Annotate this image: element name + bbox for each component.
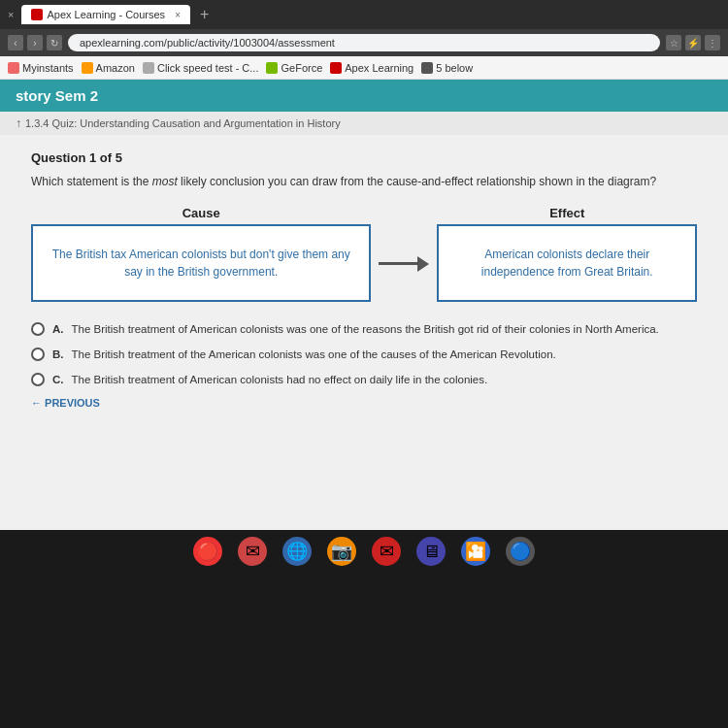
diagram-container: Cause The British tax American colonists…: [31, 206, 697, 302]
effect-text: American colonists declare their indepen…: [452, 246, 681, 281]
bm-geforce[interactable]: GeForce: [266, 62, 322, 74]
option-a: A. The British treatment of American col…: [31, 321, 697, 337]
option-a-letter: A.: [52, 321, 64, 337]
back-btn[interactable]: ‹: [8, 35, 23, 50]
question-text: Which statement is the most likely concl…: [31, 173, 697, 190]
browser-frame: × Apex Learning - Courses × + ‹ › ↻ ☆ ⚡ …: [0, 0, 728, 728]
address-input[interactable]: [68, 34, 660, 51]
bottom-padding: [0, 573, 728, 728]
option-c-letter: C.: [52, 372, 64, 387]
taskbar-mail2-icon[interactable]: ✉: [372, 537, 401, 566]
arrow-container: [371, 237, 437, 272]
bookmarks-bar: Myinstants Amazon Click speed test - C..…: [0, 56, 728, 80]
cause-col: Cause The British tax American colonists…: [31, 206, 371, 302]
address-bar: ‹ › ↻ ☆ ⚡ ⋮: [0, 29, 728, 56]
radio-a[interactable]: [31, 322, 45, 336]
app-header: story Sem 2: [0, 80, 728, 112]
new-tab-btn[interactable]: +: [194, 6, 215, 23]
option-b-text: The British treatment of the American co…: [72, 347, 556, 362]
tab-close-btn[interactable]: ×: [4, 9, 17, 20]
star-icon[interactable]: ☆: [666, 35, 681, 50]
arrow-line: [379, 262, 417, 265]
bm-apexlearning[interactable]: Apex Learning: [330, 62, 414, 74]
refresh-btn[interactable]: ↻: [47, 35, 62, 50]
tab-close-x[interactable]: ×: [175, 10, 181, 20]
app-content: story Sem 2 ↑ 1.3.4 Quiz: Understanding …: [0, 80, 728, 530]
taskbar-browser-icon[interactable]: 🌐: [282, 537, 312, 566]
taskbar-camera-icon[interactable]: 📷: [327, 537, 356, 566]
effect-box: American colonists declare their indepen…: [437, 224, 697, 302]
question-header: Question 1 of 5: [31, 150, 697, 165]
tab-label: Apex Learning - Courses: [47, 9, 165, 20]
option-a-text: The British treatment of American coloni…: [72, 321, 659, 337]
taskbar-mail-icon[interactable]: ✉: [238, 537, 267, 566]
bm-5below[interactable]: 5 below: [421, 62, 473, 74]
taskbar-screen-icon[interactable]: 🖥: [416, 537, 446, 566]
extensions-icon[interactable]: ⚡: [685, 35, 701, 50]
prev-button[interactable]: ← PREVIOUS: [31, 397, 697, 409]
bm-myinstants[interactable]: Myinstants: [8, 62, 74, 74]
arrow-head: [417, 256, 429, 272]
taskbar-video-icon[interactable]: 🎦: [461, 537, 490, 566]
bm-clickspeed[interactable]: Click speed test - C...: [143, 62, 259, 74]
option-b-letter: B.: [52, 347, 64, 362]
quiz-content: Question 1 of 5 Which statement is the m…: [0, 135, 728, 530]
active-tab[interactable]: Apex Learning - Courses ×: [21, 5, 190, 24]
diagram-arrow: [379, 256, 429, 272]
option-c-text: The British treatment of American coloni…: [72, 372, 488, 387]
radio-b[interactable]: [31, 347, 45, 361]
breadcrumb-bar: ↑ 1.3.4 Quiz: Understanding Causation an…: [0, 112, 728, 135]
bm-amazon[interactable]: Amazon: [82, 62, 135, 74]
nav-buttons: ‹ › ↻: [8, 35, 62, 50]
option-b: B. The British treatment of the American…: [31, 347, 697, 362]
menu-icon[interactable]: ⋮: [705, 35, 720, 50]
breadcrumb-icon: ↑: [16, 116, 21, 130]
radio-c[interactable]: [31, 373, 45, 386]
effect-label: Effect: [549, 206, 584, 220]
taskbar-google-icon[interactable]: 🔴: [193, 537, 222, 566]
tab-favicon: [31, 9, 43, 20]
taskbar: 🔴 ✉ 🌐 📷 ✉ 🖥 🎦 🔵: [0, 530, 728, 573]
effect-col: Effect American colonists declare their …: [437, 206, 697, 302]
forward-btn[interactable]: ›: [27, 35, 43, 50]
app-title: story Sem 2: [16, 87, 98, 104]
cause-text: The British tax American colonists but d…: [47, 246, 355, 281]
cause-box: The British tax American colonists but d…: [31, 224, 371, 302]
tab-bar: × Apex Learning - Courses × +: [0, 0, 728, 29]
taskbar-misc-icon[interactable]: 🔵: [506, 537, 535, 566]
option-c: C. The British treatment of American col…: [31, 372, 697, 387]
prev-label: ← PREVIOUS: [31, 397, 100, 409]
breadcrumb: 1.3.4 Quiz: Understanding Causation and …: [25, 117, 341, 129]
cause-label: Cause: [182, 206, 220, 220]
toolbar-icons: ☆ ⚡ ⋮: [666, 35, 720, 50]
options-container: A. The British treatment of American col…: [31, 321, 697, 387]
